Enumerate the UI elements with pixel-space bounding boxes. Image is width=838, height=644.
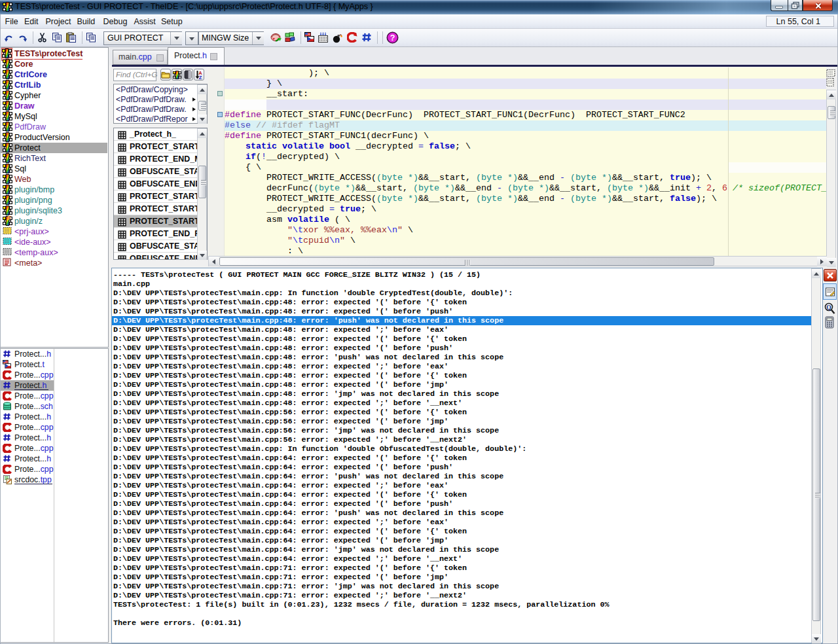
svg-text:Z: Z (199, 75, 202, 80)
svg-text:?: ? (390, 33, 395, 43)
svg-text:Q: Q (826, 304, 831, 311)
